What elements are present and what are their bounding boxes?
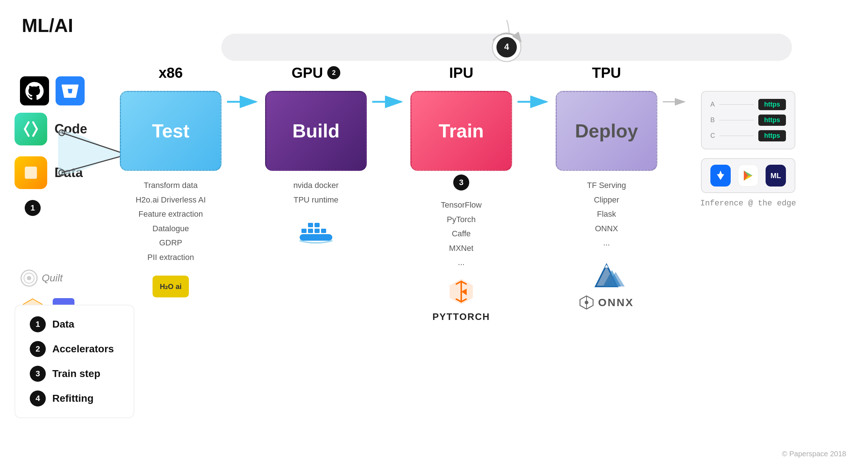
ml-cube-icon: ML bbox=[766, 165, 786, 187]
svg-rect-15 bbox=[308, 229, 313, 233]
stage-gpu-header: GPU 2 bbox=[292, 62, 341, 84]
stage-gpu: GPU 2 Build nvida docker TPU runtime bbox=[261, 62, 370, 248]
x86-label: x86 bbox=[159, 65, 183, 81]
source-code-item: Code bbox=[15, 113, 87, 145]
legend-label-2: Accelerators bbox=[52, 343, 114, 355]
stage-box-train: Train bbox=[410, 91, 512, 171]
code-icon bbox=[15, 113, 47, 145]
legend-item-1: 1 Data bbox=[30, 316, 119, 332]
badge-3-container: 3 bbox=[453, 175, 469, 191]
legend-badge-4: 4 bbox=[30, 390, 46, 406]
badge-1-container: 1 bbox=[25, 200, 87, 216]
svg-point-41 bbox=[27, 276, 31, 280]
svg-point-1 bbox=[492, 33, 521, 62]
source-data-item: Data bbox=[15, 156, 87, 189]
github-icon bbox=[20, 76, 49, 105]
legend-label-4: Refitting bbox=[52, 393, 94, 404]
svg-rect-16 bbox=[315, 229, 320, 233]
badge-3: 3 bbox=[453, 175, 469, 191]
data-label: Data bbox=[54, 165, 83, 180]
stage-box-build: Build bbox=[265, 91, 367, 171]
svg-point-2 bbox=[496, 37, 517, 57]
legend-badge-3: 3 bbox=[30, 366, 46, 382]
tf-logo bbox=[447, 277, 476, 308]
stage-box-test: Test bbox=[120, 91, 222, 171]
pytorch-logo: PYTTORCH bbox=[433, 311, 490, 322]
badge-2: 2 bbox=[327, 66, 340, 79]
https-row-b: B https bbox=[710, 115, 786, 126]
https-badge-c: https bbox=[758, 130, 786, 141]
arrow-x86-gpu bbox=[225, 62, 261, 109]
test-label: Test bbox=[152, 120, 189, 142]
legend-box: 1 Data 2 Accelerators 3 Train step 4 Ref… bbox=[15, 305, 134, 418]
clipper-logo bbox=[585, 257, 628, 292]
legend-item-3: 3 Train step bbox=[30, 366, 119, 382]
googleplay-icon bbox=[738, 165, 758, 187]
stage-tpu: TPU Deploy TF Serving Clipper Flask ONNX… bbox=[552, 62, 661, 310]
page-title: ML/AI bbox=[22, 15, 73, 36]
ipu-label: IPU bbox=[449, 65, 474, 81]
pipeline: x86 Test Transform data H2o.ai Driverles… bbox=[116, 62, 806, 322]
legend-badge-1: 1 bbox=[30, 316, 46, 332]
tpu-desc: TF Serving Clipper Flask ONNX ... bbox=[587, 178, 626, 250]
quilt-logo: Quilt bbox=[20, 269, 63, 287]
legend-badge-2: 2 bbox=[30, 341, 46, 357]
svg-rect-4 bbox=[25, 167, 37, 179]
badge-1: 1 bbox=[25, 200, 41, 216]
legend-label-3: Train step bbox=[52, 368, 100, 380]
stage-ipu-header: IPU bbox=[449, 62, 474, 84]
ipu-desc: TensorFlow PyTorch Caffe MXNet ... bbox=[441, 198, 482, 270]
arrow-gpu-ipu bbox=[370, 62, 407, 109]
stage-x86-header: x86 bbox=[159, 62, 183, 84]
svg-rect-17 bbox=[308, 223, 313, 227]
quilt-area: Quilt bbox=[20, 269, 63, 287]
bitbucket-icon bbox=[56, 76, 85, 105]
svg-rect-0 bbox=[221, 34, 792, 61]
onnx-logo: ONNX bbox=[579, 295, 634, 310]
svg-rect-18 bbox=[315, 223, 320, 227]
h2o-logo: H₂O ai bbox=[153, 276, 189, 297]
app-stores-box: ML bbox=[701, 158, 795, 193]
inference-section: A https B https C https bbox=[690, 62, 806, 208]
legend-label-1: Data bbox=[52, 318, 74, 330]
stage-tpu-header: TPU bbox=[592, 62, 621, 84]
quilt-text: Quilt bbox=[42, 272, 63, 284]
stage-ipu: IPU Train 3 TensorFlow PyTorch Caffe MXN… bbox=[407, 62, 516, 322]
legend-item-2: 2 Accelerators bbox=[30, 341, 119, 357]
docker-logo bbox=[294, 218, 338, 248]
inference-label: Inference @ the edge bbox=[700, 199, 796, 208]
https-row-a: A https bbox=[710, 99, 786, 110]
tpu-label: TPU bbox=[592, 65, 621, 81]
arrow-ipu-tpu bbox=[516, 62, 552, 109]
train-label: Train bbox=[439, 120, 484, 142]
https-badge-a: https bbox=[758, 99, 786, 110]
gpu-label: GPU bbox=[292, 65, 323, 81]
code-label: Code bbox=[54, 121, 87, 137]
https-badge-b: https bbox=[758, 115, 786, 126]
svg-rect-13 bbox=[300, 234, 332, 241]
https-row-c: C https bbox=[710, 130, 786, 141]
stage-box-deploy: Deploy bbox=[556, 91, 657, 171]
deploy-label: Deploy bbox=[575, 120, 638, 142]
stage-x86: x86 Test Transform data H2o.ai Driverles… bbox=[116, 62, 225, 297]
svg-rect-14 bbox=[301, 229, 307, 233]
gpu-desc: nvida docker TPU runtime bbox=[293, 178, 339, 207]
build-label: Build bbox=[292, 120, 340, 142]
legend-item-4: 4 Refitting bbox=[30, 390, 119, 406]
arrow-tpu-inference bbox=[661, 62, 690, 109]
vcs-icons-row bbox=[20, 76, 85, 105]
svg-rect-19 bbox=[321, 229, 326, 233]
footer: © Paperspace 2018 bbox=[782, 450, 846, 458]
x86-desc: Transform data H2o.ai Driverless AI Feat… bbox=[135, 178, 206, 265]
https-box: A https B https C https bbox=[701, 91, 795, 149]
data-icon bbox=[15, 156, 47, 189]
svg-text:4: 4 bbox=[504, 42, 509, 52]
source-items: Code Data 1 bbox=[15, 113, 87, 216]
appstore-icon bbox=[710, 165, 731, 187]
svg-point-31 bbox=[585, 301, 588, 304]
